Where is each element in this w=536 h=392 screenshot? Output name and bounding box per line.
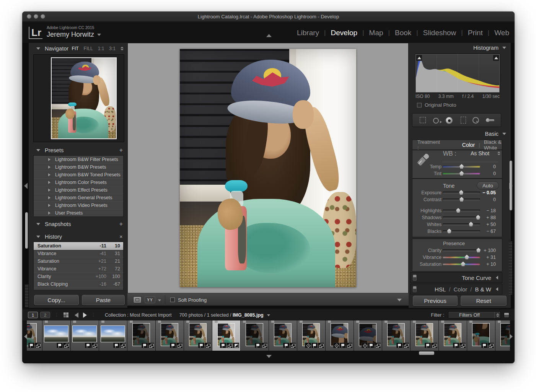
slider-track[interactable] bbox=[443, 263, 480, 265]
history-step[interactable]: Clarity+100100 bbox=[34, 273, 123, 280]
slider-thumb[interactable] bbox=[459, 197, 464, 202]
filmstrip-cell[interactable] bbox=[411, 320, 438, 351]
flag-badge-icon[interactable] bbox=[57, 343, 63, 348]
right-panel-scroll-grip[interactable] bbox=[509, 241, 512, 294]
next-photo-arrow-icon[interactable] bbox=[83, 312, 87, 318]
flag-badge-icon[interactable] bbox=[340, 343, 346, 348]
preset-folder[interactable]: Lightroom B&W Presets bbox=[34, 163, 123, 171]
histogram-graph[interactable] bbox=[415, 54, 500, 93]
filmstrip-cell[interactable] bbox=[127, 320, 155, 351]
nav-zoom-3:1[interactable]: 3:1 bbox=[109, 46, 116, 51]
module-tab-library[interactable]: Library bbox=[297, 29, 319, 37]
module-tab-book[interactable]: Book bbox=[395, 29, 411, 37]
nav-zoom-stepper-icon[interactable] bbox=[121, 47, 124, 50]
filmstrip-scroll-left-arrow-icon[interactable] bbox=[24, 334, 27, 339]
slider-thumb[interactable] bbox=[469, 222, 473, 226]
slider-thumb[interactable] bbox=[459, 164, 464, 169]
flag-badge-icon[interactable] bbox=[368, 343, 374, 348]
paste-button[interactable]: Paste bbox=[82, 295, 125, 305]
flag-badge-icon[interactable] bbox=[170, 343, 176, 348]
flag-badge-icon[interactable] bbox=[453, 343, 459, 348]
slider-track[interactable] bbox=[443, 172, 480, 174]
copy-badge-icon[interactable] bbox=[459, 343, 466, 348]
module-tab-print[interactable]: Print bbox=[468, 29, 483, 37]
basic-panel-header[interactable]: Basic bbox=[409, 129, 511, 139]
preset-folder[interactable]: Lightroom B&W Filter Presets bbox=[34, 156, 123, 163]
preset-folder[interactable]: User Presets bbox=[34, 209, 123, 217]
nav-zoom-fill[interactable]: FILL bbox=[84, 46, 93, 51]
copy-badge-icon[interactable] bbox=[290, 343, 296, 348]
copy-badge-icon[interactable] bbox=[488, 343, 494, 348]
soft-proofing-checkbox[interactable] bbox=[170, 298, 175, 302]
module-tab-slideshow[interactable]: Slideshow bbox=[423, 29, 456, 37]
graduated-filter-tool-icon[interactable] bbox=[461, 117, 466, 124]
hsl-color-tab[interactable]: Color bbox=[453, 286, 467, 293]
radial-filter-tool-icon[interactable] bbox=[472, 117, 479, 124]
preset-folder[interactable]: Lightroom Color Presets bbox=[34, 179, 123, 186]
filmstrip-cell[interactable] bbox=[184, 320, 212, 351]
add-preset-button[interactable]: + bbox=[119, 147, 123, 154]
slider-thumb[interactable] bbox=[459, 190, 463, 195]
flag-badge-icon[interactable] bbox=[283, 343, 289, 348]
nav-zoom-1:1[interactable]: 1:1 bbox=[98, 46, 104, 51]
filmstrip-cell[interactable] bbox=[42, 320, 70, 351]
module-tab-develop[interactable]: Develop bbox=[331, 29, 357, 37]
flag-badge-icon[interactable] bbox=[220, 343, 226, 348]
filmstrip-cell[interactable] bbox=[269, 320, 297, 351]
secondary-window-2-button[interactable]: 2 bbox=[40, 312, 50, 318]
clear-history-button[interactable]: ✕ bbox=[119, 234, 123, 239]
slider-track[interactable] bbox=[443, 223, 480, 225]
previous-button[interactable]: Previous bbox=[413, 296, 458, 306]
slider-track[interactable] bbox=[443, 249, 480, 251]
navigator-preview[interactable] bbox=[51, 57, 117, 139]
module-tab-map[interactable]: Map bbox=[369, 29, 383, 37]
main-photo[interactable] bbox=[180, 49, 356, 287]
preset-folder[interactable]: Lightroom B&W Toned Presets bbox=[34, 171, 123, 179]
collapse-left-panel-arrow-icon[interactable] bbox=[24, 183, 28, 189]
copy-badge-icon[interactable] bbox=[63, 343, 69, 348]
copy-badge-icon[interactable] bbox=[148, 343, 154, 348]
panel-toggle-switch[interactable] bbox=[413, 275, 417, 281]
filter-dropdown[interactable]: Filters Off bbox=[448, 311, 501, 319]
add-snapshot-button[interactable]: + bbox=[119, 221, 123, 228]
filmstrip-cell[interactable] bbox=[439, 320, 467, 351]
slider-thumb[interactable] bbox=[461, 262, 465, 266]
thumbnail-photo[interactable] bbox=[44, 325, 68, 342]
hsl-bw-tab[interactable]: B & W bbox=[475, 286, 491, 293]
loupe-view-icon[interactable] bbox=[133, 296, 142, 303]
filmstrip-scrollbar[interactable] bbox=[419, 351, 434, 355]
history-step[interactable]: Saturation+2121 bbox=[34, 257, 123, 265]
navigator-header[interactable]: Navigator FITFILL1:13:1 bbox=[29, 43, 127, 54]
flag-badge-icon[interactable] bbox=[396, 343, 402, 348]
left-panel-scrollbar[interactable] bbox=[25, 212, 28, 249]
view-options-caret-icon[interactable] bbox=[158, 299, 161, 301]
collapse-filmstrip-arrow-icon[interactable] bbox=[266, 355, 272, 358]
reset-button[interactable]: Reset bbox=[461, 296, 507, 306]
treatment-bw-option[interactable]: Black & White bbox=[484, 139, 502, 151]
right-panel-scrollbar[interactable] bbox=[510, 161, 512, 210]
flag-badge-icon[interactable] bbox=[198, 343, 204, 348]
selection-status[interactable]: 700 photos / 1 selected / IMG_8085.jpg bbox=[179, 312, 270, 318]
copy-badge-icon[interactable] bbox=[403, 343, 409, 348]
crop-tool-icon[interactable] bbox=[420, 117, 426, 123]
flag-badge-icon[interactable] bbox=[113, 343, 119, 348]
copy-badge-icon[interactable] bbox=[35, 343, 41, 348]
history-step[interactable]: White Clipping bbox=[34, 288, 123, 290]
slider-thumb[interactable] bbox=[459, 171, 464, 176]
flag-badge-icon[interactable] bbox=[142, 343, 148, 348]
flag-badge-icon[interactable] bbox=[425, 343, 431, 348]
flag-badge-icon[interactable] bbox=[85, 343, 91, 348]
history-step[interactable]: Black Clipping-16-67 bbox=[34, 280, 123, 288]
filmstrip-cell[interactable] bbox=[326, 320, 354, 351]
filmstrip-cell[interactable] bbox=[382, 320, 410, 351]
flag-badge-icon[interactable] bbox=[311, 343, 318, 348]
filmstrip-cell[interactable] bbox=[99, 320, 127, 351]
treatment-color-option[interactable]: Color bbox=[462, 142, 475, 148]
auto-tone-button[interactable]: Auto bbox=[477, 181, 499, 190]
filmstrip-cell[interactable] bbox=[241, 320, 269, 351]
grid-view-icon[interactable] bbox=[64, 312, 68, 317]
filmstrip-cell[interactable] bbox=[27, 320, 42, 351]
left-panel-scroll-grip[interactable] bbox=[25, 284, 28, 307]
filmstrip-scroll-right-arrow-icon[interactable] bbox=[510, 334, 513, 339]
thumbnail-photo[interactable] bbox=[500, 323, 510, 346]
